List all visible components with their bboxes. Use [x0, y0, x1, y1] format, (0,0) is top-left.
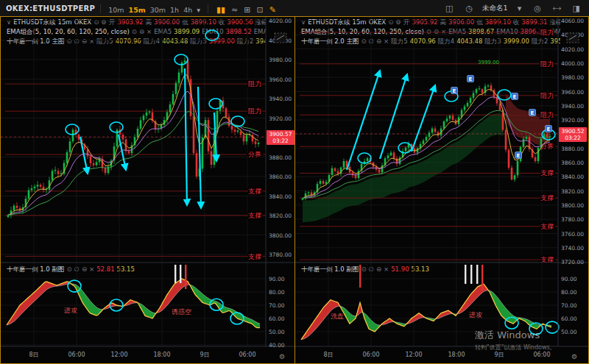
last-price-tag: 3900.5703:22: [267, 130, 294, 145]
oscillator-tick: 70.00: [269, 302, 285, 309]
price-tick: 3880.00: [269, 154, 292, 161]
layout-grid-icon[interactable]: ◫: [442, 4, 456, 13]
svg-text:E: E: [513, 94, 517, 100]
level-label: 支撑: [248, 212, 261, 219]
timeframe-30m[interactable]: 30m: [148, 5, 168, 15]
time-tick: 9日: [200, 351, 209, 358]
oscillator-tick: 90.00: [269, 276, 285, 282]
time-tick: 8日: [323, 351, 333, 358]
svg-text:E: E: [547, 126, 551, 132]
pause-icon[interactable]: ▮▮: [214, 5, 228, 15]
fullscreen-icon[interactable]: ⤢: [549, 0, 565, 15]
price-tick: 3840.00: [561, 174, 584, 180]
svg-text:E: E: [531, 110, 535, 116]
price-tick: 3800.00: [269, 232, 292, 239]
chart-canvas-right[interactable]: 阻力阻力阻力阻力分界支撑支撑支撑支撑EEEEEE3999.00洗盘进攻4060.…: [295, 17, 588, 363]
timeframe-10m[interactable]: 10m: [106, 5, 126, 15]
oscillator-tick: 70.00: [561, 302, 577, 309]
signal-circle: [205, 30, 219, 40]
toolbar-divider: [100, 4, 101, 13]
right-panel-icon[interactable]: ◨: [570, 4, 583, 13]
axis-settings-gear-icon: ⚙: [279, 353, 285, 360]
price-tick: 3820.00: [561, 188, 584, 195]
level-label: 阻力: [540, 29, 554, 36]
alarm-clock-icon[interactable]: ◷: [462, 4, 476, 13]
timeframe-▾[interactable]: ▾: [194, 5, 202, 15]
price-tick: 3840.00: [269, 193, 292, 200]
oscillator-tick: 60.00: [561, 315, 577, 322]
axes[interactable]: 4060.004040.004020.004000.003980.003960.…: [295, 17, 588, 360]
level-label: 分界: [248, 151, 261, 158]
level-label: 支撑: [248, 253, 261, 260]
toolbar-divider: [208, 4, 208, 13]
svg-text:E: E: [453, 88, 456, 94]
candlesticks: [302, 83, 551, 201]
oscillator-ribbon: [301, 284, 551, 340]
timeframe-4h[interactable]: 4h: [181, 5, 194, 15]
price-tick: 3960.00: [561, 89, 584, 96]
price-tick: 3800.00: [561, 202, 584, 209]
price-tick: 3880.00: [561, 146, 584, 152]
oscillator-tick: 90.00: [561, 276, 577, 282]
price-tick: 3780.00: [561, 216, 584, 223]
timeframe-15m[interactable]: 15m: [127, 5, 148, 15]
axis-settings-gear-icon: ⚙: [571, 353, 577, 360]
last-price-tag: 3900.5203:22: [559, 127, 587, 142]
time-tick: 18:00: [448, 351, 465, 358]
signal-arrow: [185, 68, 187, 205]
price-tick: 3920.00: [561, 117, 584, 124]
layout-name-button[interactable]: 未命名1: [482, 4, 508, 13]
publish-icon[interactable]: ✎: [267, 5, 279, 15]
time-tick: 06:00: [68, 351, 85, 358]
toolbar-left-icons: ▮▮≈⊞⊡✎: [214, 1, 279, 15]
level-label: 阻力: [248, 107, 261, 115]
price-tick: 3860.00: [269, 174, 292, 180]
curve-tool-icon[interactable]: ≈: [228, 5, 241, 15]
snapshot-icon[interactable]: ⊡: [254, 5, 267, 15]
price-tick: 4060.00: [561, 18, 584, 24]
symbol-ticker[interactable]: OKEX:ETHUSDTPERP: [6, 4, 95, 13]
oscillator-tick: 80.00: [561, 289, 577, 296]
level-label: 支撑: [540, 194, 554, 201]
top-toolbar: OKEX:ETHUSDTPERP 10m15m30m1h4h▾ ▮▮≈⊞⊡✎ ◫…: [0, 0, 589, 16]
charts-container: 阻力阻力分界支撑支撑支撑进攻诱惑空4020.004000.003980.0039…: [0, 16, 589, 364]
price-tick: 3940.00: [269, 96, 292, 102]
oscillator-ribbon: [7, 279, 260, 328]
chart-panel-right[interactable]: 阻力阻力阻力阻力分界支撑支撑支撑支撑EEEEEE3999.00洗盘进攻4060.…: [295, 17, 588, 363]
chevron-down-icon[interactable]: ▾: [515, 4, 525, 13]
phase-label: 进攻: [469, 311, 482, 318]
time-tick: 06:00: [239, 351, 255, 358]
oscillator-tick: 50.00: [561, 329, 577, 335]
oscillator-tick: 40.00: [269, 342, 285, 349]
time-tick: 06:00: [362, 351, 379, 358]
level-label: 支撑: [540, 223, 554, 230]
time-tick: 06:00: [533, 351, 550, 358]
help-icon[interactable]: ◎: [531, 4, 544, 13]
level-label: 分界: [540, 143, 554, 150]
price-tick: 3980.00: [269, 57, 292, 63]
price-tick: 3940.00: [561, 103, 584, 110]
price-tick: 4000.00: [561, 60, 584, 67]
price-tick: 3720.00: [561, 259, 584, 265]
oscillator-tick: 60.00: [269, 315, 285, 322]
signal-bars: [359, 265, 483, 290]
oscillator-tick: 50.00: [269, 329, 285, 335]
compare-icon[interactable]: ⊞: [241, 5, 253, 15]
timeframe-1h[interactable]: 1h: [168, 5, 181, 15]
level-label: 阻力: [540, 92, 554, 99]
level-label: 阻力: [540, 60, 554, 68]
price-tick: 3920.00: [269, 115, 292, 122]
level-label: 支撑: [248, 188, 261, 195]
time-tick: 12:00: [405, 351, 422, 358]
price-tick: 3780.00: [269, 251, 292, 258]
svg-text:E: E: [517, 153, 521, 159]
phase-label: 洗盘: [331, 313, 344, 320]
price-tick: 3860.00: [561, 160, 584, 166]
price-tick: 3760.00: [561, 231, 584, 238]
timeframe-group: 10m15m30m1h4h▾: [106, 1, 202, 15]
toolbar-right-group: ◫ ◷ 未命名1 ▾ ◎ ⤢ ◨: [442, 4, 583, 13]
chart-panel-left[interactable]: 阻力阻力分界支撑支撑支撑进攻诱惑空4020.004000.003980.0039…: [1, 17, 295, 363]
time-tick: 12:00: [110, 351, 127, 358]
chart-canvas-left[interactable]: 阻力阻力分界支撑支撑支撑进攻诱惑空4020.004000.003980.0039…: [1, 17, 294, 363]
time-tick: 8日: [29, 351, 38, 358]
